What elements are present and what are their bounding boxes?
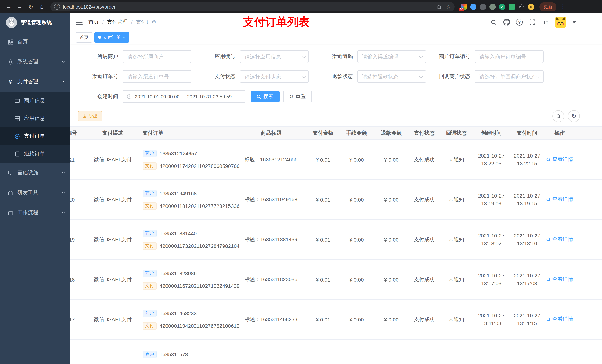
sidebar-item-refund-order[interactable]: 退款订单 [0,145,70,163]
user-avatar[interactable] [555,17,566,28]
browser-menu-icon[interactable]: ⋮ [560,3,566,10]
breadcrumb-home[interactable]: 首页 [88,19,99,26]
address-bar[interactable]: i localhost:1024/pay/order ☆ [50,2,455,11]
extensions-puzzle-icon[interactable] [518,3,525,10]
sidebar-item-merchant-info[interactable]: 商户信息 [0,92,70,110]
pay-time: 13:11:15 [510,319,544,327]
font-size-icon[interactable]: TT [542,19,549,26]
filter-input[interactable] [357,70,426,83]
filter-input[interactable] [475,70,544,83]
breadcrumb-current: 支付订单 [136,19,157,26]
browser-home-button[interactable]: ⌂ [37,2,47,11]
github-icon[interactable] [503,19,510,26]
filter-label: 所属商户 [74,53,118,60]
pay-tag: 支付 [142,202,157,209]
cell-create-time: 2021-10-27 13:18:02 [473,232,510,247]
sidebar-item-workflow[interactable]: 工作流程 [0,203,70,223]
sidebar-item-system[interactable]: 系统管理 [0,52,70,72]
date-start[interactable]: 2021-10-01 00:00:00 [135,94,179,99]
sidebar-item-home[interactable]: 首页 [0,32,70,52]
app-root: ← → ↻ ⌂ i localhost:1024/pay/order ☆ 10 … [0,0,602,364]
cell-create-time: 2021-10-27 13:19:09 [473,192,510,207]
filter-row-1: 所属商户 应用编号 渠道编码 [74,50,602,63]
sidebar-item-dev-tools[interactable]: 研发工具 [0,183,70,203]
cell-pay-time: 2021-10-27 13:18:10 [510,232,544,247]
chevron-down-icon [62,191,65,195]
bookmark-star-icon[interactable]: ☆ [446,4,451,10]
tag-view-item[interactable]: 首页 × [76,32,92,42]
cell-amount: ¥ 0.01 [307,316,339,322]
browser-update-button[interactable]: 更新 [539,2,557,11]
reset-button[interactable]: ↻ 重置 [283,91,312,103]
view-detail-link[interactable]: 查看详情 [546,196,573,203]
filter-input-wrap [240,50,309,63]
col-amount: 支付金额 [307,130,339,136]
url-text[interactable]: localhost:1024/pay/order [63,4,434,10]
extension-badge: 10 [459,8,464,11]
extension-icon-gray[interactable] [480,3,486,10]
date-range-picker[interactable]: 2021-10-01 00:00:00 - 2021-10-31 23:59:5… [123,90,246,103]
cell-status: 支付成功 [408,316,440,323]
filter-input[interactable] [240,50,309,63]
gear-icon [7,59,13,65]
browser-back-button[interactable]: ← [4,2,13,11]
help-icon[interactable]: ? [516,19,523,26]
create-time: 13:18:02 [473,239,510,247]
toggle-search-button[interactable] [552,110,564,122]
cell-title: 标题：1635311823086 [235,276,307,283]
table-row: 19 微信 JSAPI 支付 商户 1635311881440 支付 42000… [70,220,602,260]
cell-channel: 微信 JSAPI 支付 [87,236,139,243]
refresh-table-button[interactable]: ↻ [568,110,580,122]
browser-reload-button[interactable]: ↻ [26,2,35,11]
breadcrumb-payment[interactable]: 支付管理 [107,19,128,26]
cell-channel: 微信 JSAPI 支付 [87,196,139,203]
extension-icon-chat[interactable] [509,3,515,10]
create-date: 2021-10-27 [473,232,510,239]
create-time: 13:19:09 [473,199,510,207]
browser-profile-avatar[interactable] [528,3,534,10]
merchant-tag: 商户 [142,190,157,197]
extension-icon-check[interactable]: ✓ [499,3,505,10]
search-icon[interactable] [490,19,497,26]
sidebar-item-payment[interactable]: ¥ 支付管理 [0,72,70,92]
cell-title: 标题：1635311468233 [235,316,307,323]
browser-forward-button[interactable]: → [15,2,24,11]
sidebar-item-pay-order[interactable]: 支付订单 [0,127,70,145]
view-detail-link[interactable]: 查看详情 [546,156,573,163]
card-icon [14,98,20,104]
tag-close-icon[interactable]: × [123,35,125,40]
export-button[interactable]: 导出 [78,111,102,121]
filter-input[interactable] [123,70,191,83]
cell-order: 商户 1635311881440 支付 42000011732021102728… [139,229,235,250]
fullscreen-icon[interactable] [529,19,536,26]
sidebar-toggle-icon[interactable] [76,20,83,25]
extensions-strip: 10 ✓ [461,3,534,10]
cell-refund: ¥ 0.00 [374,316,408,322]
date-end[interactable]: 2021-10-31 23:59:59 [187,94,232,99]
sidebar-item-app-info[interactable]: 应用信息 [0,110,70,127]
sidebar-item-infrastructure[interactable]: 基础设施 [0,163,70,183]
cell-notify-status: 未通知 [440,156,473,163]
merchant-tag: 商户 [142,229,157,237]
cell-refund: ¥ 0.00 [374,197,408,203]
filter-input[interactable] [240,70,309,83]
view-detail-link[interactable]: 查看详情 [546,236,573,243]
tag-view-item[interactable]: 支付订单 × [94,32,129,42]
filter-input[interactable] [123,50,191,63]
view-detail-link[interactable]: 查看详情 [546,316,573,323]
cell-title: 标题：1635311881439 [235,236,307,243]
avatar-caret-icon[interactable] [572,21,576,23]
cell-amount: ¥ 0.01 [307,157,339,163]
view-detail-link[interactable]: 查看详情 [546,276,573,283]
extension-icon-drop[interactable] [470,3,476,10]
extension-icon-sage[interactable] [489,3,496,10]
search-button[interactable]: 搜索 [251,91,280,103]
share-icon[interactable] [437,4,442,9]
extension-icon-colorful[interactable]: 10 [461,3,467,10]
site-info-icon[interactable]: i [54,4,60,10]
filter-input[interactable] [475,50,544,63]
filter-input[interactable] [357,50,426,63]
pay-time: 13:17:08 [510,280,544,287]
filter-input-wrap [475,50,544,63]
merchant-order-no: 1635311881440 [160,230,197,236]
